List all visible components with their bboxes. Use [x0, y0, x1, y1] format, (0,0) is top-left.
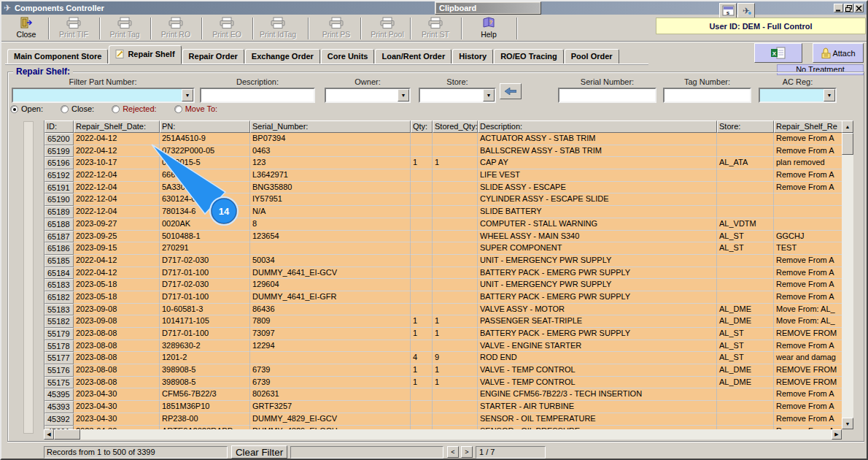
- column-header-store[interactable]: Store:: [717, 120, 774, 133]
- next-page-button[interactable]: >: [461, 446, 473, 458]
- table-row[interactable]: 551822023-09-081014171-105780911PASSENGE…: [44, 315, 842, 328]
- radio-move-to[interactable]: Move To:: [174, 104, 217, 113]
- radio-circle[interactable]: [10, 105, 18, 113]
- owner-combo[interactable]: ▼: [325, 88, 411, 103]
- minimize-button[interactable]: [834, 4, 843, 12]
- horizontal-scroll-thumb[interactable]: [54, 429, 80, 440]
- tab-pool-order[interactable]: Pool Order: [565, 49, 619, 64]
- tab-repair-order[interactable]: Repair Order: [182, 49, 244, 64]
- clear-filter-button[interactable]: Clear Filter: [231, 445, 287, 459]
- restore-button[interactable]: [844, 4, 853, 12]
- tab-loan-rent-order[interactable]: Loan/Rent Order: [375, 49, 452, 64]
- table-row[interactable]: 651902022-12-04630124-04IY57951CYLINDER …: [44, 193, 842, 206]
- column-header-repair-shelf-re[interactable]: Repair_Shelf_Re: [774, 120, 842, 133]
- table-row[interactable]: 652002022-04-12251A4510-9BP07394ACTUATOR…: [44, 133, 842, 145]
- store-combo[interactable]: ▼: [419, 88, 496, 103]
- back-arrow-button[interactable]: [500, 83, 522, 99]
- store-dropdown-icon[interactable]: ▼: [483, 89, 495, 101]
- close-window-button[interactable]: [854, 4, 864, 12]
- column-header-description[interactable]: Description:: [478, 120, 717, 133]
- clipboard-window[interactable]: Clipboard: [435, 1, 541, 15]
- tab-ro-eo-tracing[interactable]: RO/EO Tracing: [494, 49, 564, 64]
- column-header-serial-number[interactable]: Serial_Number:: [250, 120, 411, 133]
- table-row[interactable]: 651852022-04-12D717-02-03050034UNIT - EM…: [44, 255, 842, 267]
- cell: 45392: [44, 413, 74, 426]
- column-header-id[interactable]: ID:: [44, 120, 74, 133]
- owner-input[interactable]: [326, 89, 398, 101]
- table-row[interactable]: 651912022-12-045A3307BNG35880SLIDE ASSY …: [44, 182, 842, 194]
- cell: [433, 340, 478, 353]
- table-row[interactable]: 551752023-08-08398908-5673911VALVE - TEM…: [44, 377, 842, 389]
- table-row[interactable]: 551792023-08-08D717-01-1007309711BATTERY…: [44, 328, 842, 340]
- description-input[interactable]: [201, 89, 314, 101]
- controller-shortcut-button[interactable]: ✈: [737, 3, 755, 18]
- toolbar-button-close[interactable]: Close: [7, 16, 45, 40]
- table-row[interactable]: 651862023-09-15270291SUPER COMPONENTAL_S…: [44, 242, 842, 255]
- column-header-repair-shelf-date[interactable]: Repair_Shelf_Date:: [74, 120, 160, 133]
- table-row[interactable]: 651882023-09-270020AK8COMPUTER - STALL W…: [44, 218, 842, 231]
- tab-exchange-order[interactable]: Exchange Order: [245, 49, 320, 64]
- prev-page-button[interactable]: <: [447, 446, 459, 458]
- table-row[interactable]: 551832023-09-0810-60581-386436VALVE ASSY…: [44, 304, 842, 316]
- serial-number-field[interactable]: [558, 88, 656, 103]
- tab-history[interactable]: History: [452, 49, 493, 64]
- table-row[interactable]: 651962023-10-170010015-512311CAP AYAL_AT…: [44, 157, 842, 169]
- radio-open[interactable]: Open:: [10, 104, 43, 113]
- tag-number-input[interactable]: [664, 89, 750, 101]
- tab-core-units[interactable]: Core Units: [321, 49, 375, 64]
- scroll-right-icon[interactable]: ▶: [832, 429, 842, 440]
- scroll-down-icon[interactable]: ▼: [842, 418, 853, 429]
- table-row[interactable]: 651822023-05-18D717-01-100DUMMY_4641_EI-…: [44, 291, 842, 304]
- table-row[interactable]: 651922022-12-04666014L3642971LIFE VESTRe…: [44, 169, 842, 182]
- table-row[interactable]: 453932023-04-301851M36P10GRTF3257STARTER…: [44, 401, 842, 413]
- table-row[interactable]: 453922023-04-30RP238-00DUMMY_4829_EI-GCV…: [44, 413, 842, 426]
- toolbar-button-help[interactable]: ?Help: [467, 16, 511, 40]
- part-number-dropdown-icon[interactable]: ▼: [182, 89, 193, 101]
- table-row[interactable]: 651872023-09-255010488-1123654WHEEL ASSY…: [44, 231, 842, 243]
- cell: 780134-6: [160, 206, 250, 218]
- app-icon: ✈: [4, 3, 11, 13]
- cell: Move From: AL_: [774, 315, 842, 328]
- table-row[interactable]: 651842022-04-12D717-01-100DUMMY_4641_EI-…: [44, 267, 842, 280]
- tab-repair-shelf[interactable]: Repair Shelf: [109, 45, 181, 64]
- table-row[interactable]: 651992022-04-1207322P000-050463BALLSCREW…: [44, 145, 842, 158]
- cell: 123: [250, 157, 411, 169]
- scroll-up-icon[interactable]: ▲: [842, 120, 853, 133]
- serial-number-input[interactable]: [559, 89, 655, 101]
- store-input[interactable]: [420, 89, 483, 101]
- scroll-left-icon[interactable]: ◀: [44, 429, 54, 440]
- attach-button[interactable]: Attach: [813, 43, 864, 63]
- excel-icon: X: [770, 47, 786, 59]
- owner-dropdown-icon[interactable]: ▼: [398, 89, 409, 101]
- table-row[interactable]: 551772023-08-081201-249ROD ENDAL_STwear …: [44, 352, 842, 364]
- column-header-qty[interactable]: Qty:: [411, 120, 433, 133]
- ac-reg-combo[interactable]: ▼: [759, 88, 837, 103]
- horizontal-scrollbar[interactable]: ◀ ▶: [44, 429, 842, 440]
- description-field[interactable]: [200, 88, 315, 103]
- radio-close[interactable]: Close:: [61, 104, 94, 113]
- radio-rejected[interactable]: Rejected:: [112, 104, 156, 113]
- store-shortcut-button[interactable]: s: [719, 3, 737, 18]
- table-row[interactable]: 551762023-08-08398908-5673911VALVE - TEM…: [44, 364, 842, 377]
- help-book-icon: ?: [467, 16, 511, 29]
- filter-part-number-input[interactable]: [13, 89, 182, 101]
- table-row[interactable]: 551782023-08-083289630-212294VALVE - ENG…: [44, 340, 842, 353]
- ac-reg-dropdown-icon[interactable]: ▼: [824, 89, 835, 101]
- radio-circle[interactable]: [174, 105, 182, 113]
- vertical-scroll-thumb[interactable]: [842, 133, 853, 155]
- export-excel-button[interactable]: X: [754, 43, 802, 63]
- radio-circle[interactable]: [112, 105, 120, 113]
- ac-reg-input[interactable]: [760, 89, 824, 101]
- cell: [411, 267, 433, 280]
- table-row[interactable]: 651892022-12-04780134-6N/ASLIDE BATTERY: [44, 206, 842, 218]
- vertical-scrollbar[interactable]: ▲ ▼: [842, 120, 853, 429]
- tag-number-field[interactable]: [663, 88, 751, 103]
- tab-main-component-store[interactable]: Main Component Store: [7, 49, 108, 64]
- table-row[interactable]: 651832023-05-18D717-02-030129604UNIT - E…: [44, 279, 842, 291]
- table-row[interactable]: 453952023-04-30CFM56-7B22/3802631ENGINE …: [44, 388, 842, 401]
- column-header-pn[interactable]: PN:: [160, 120, 250, 133]
- serial-number-label: Serial Number:: [558, 77, 656, 86]
- column-header-stored-qty[interactable]: Stored_Qty:: [433, 120, 478, 133]
- radio-circle[interactable]: [61, 105, 69, 113]
- filter-part-number-combo[interactable]: ▼: [12, 88, 195, 103]
